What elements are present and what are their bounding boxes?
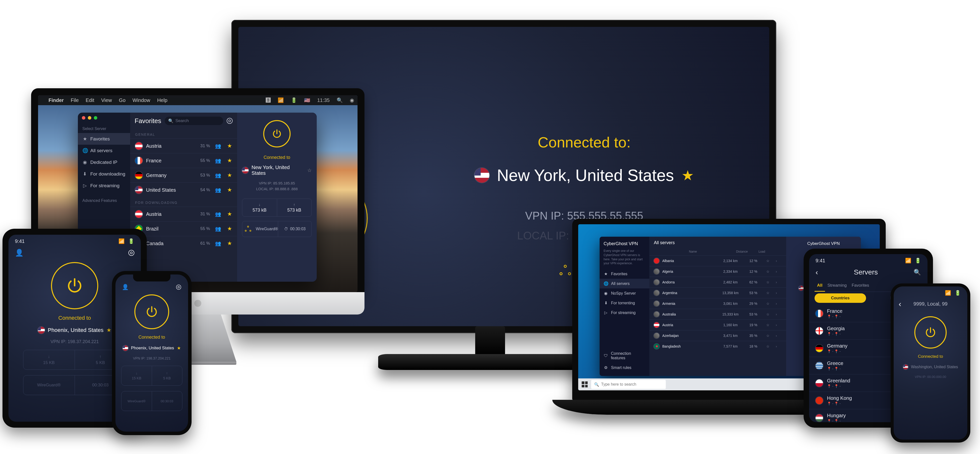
star-outline-icon[interactable]: ☆ xyxy=(766,334,773,338)
flag-icon[interactable]: 🇺🇸 xyxy=(304,97,310,103)
back-icon[interactable]: ‹ xyxy=(816,268,818,276)
user-icon[interactable]: 👤 xyxy=(122,284,129,290)
status-power-button[interactable] xyxy=(263,120,291,148)
sidebar-item-favorites[interactable]: ★Favorites xyxy=(78,133,130,145)
menubar-item[interactable]: View xyxy=(101,97,112,103)
tab-stream[interactable]: Streaming xyxy=(825,280,849,292)
chevron-right-icon[interactable]: › xyxy=(776,270,782,273)
ipad-location: Phoenix, United States ★ xyxy=(38,327,111,334)
star-icon[interactable]: ★ xyxy=(227,143,232,149)
chevron-right-icon[interactable]: › xyxy=(776,291,782,295)
chevron-right-icon[interactable]: › xyxy=(776,312,782,316)
star-outline-icon[interactable]: ☆ xyxy=(766,259,773,263)
win-side-nospy[interactable]: ◉NoSpy Server xyxy=(600,289,649,298)
search-icon[interactable]: 🔍 xyxy=(337,97,343,103)
sidebar-item-streaming[interactable]: ▷For streaming xyxy=(78,180,130,191)
search-input[interactable]: 🔍 Search xyxy=(165,117,223,125)
chevron-right-icon[interactable]: › xyxy=(776,302,782,306)
user-icon[interactable]: 👤 xyxy=(15,249,24,257)
star-icon[interactable]: ★ xyxy=(681,167,694,184)
win-smart-rules[interactable]: ⚙Smart rules xyxy=(600,363,649,373)
win-side-torrent[interactable]: ⬇For torrenting xyxy=(600,298,649,308)
start-button[interactable] xyxy=(580,380,589,389)
iphone-stats: ↓15 KB ↑5 KB xyxy=(121,366,182,386)
server-row[interactable]: Bangladesh 7,577 km 18 % ☆ › xyxy=(649,341,786,352)
star-outline-icon[interactable]: ☆ xyxy=(766,344,773,348)
win-side-all[interactable]: 🌐All servers xyxy=(600,279,649,289)
star-outline-icon[interactable]: ☆ xyxy=(766,323,773,327)
server-row[interactable]: Brazil 55 % 👥 ★ xyxy=(130,221,237,236)
bluetooth-icon[interactable]: 🅱 xyxy=(266,97,271,103)
server-load: 61 % xyxy=(200,241,210,246)
server-row[interactable]: Austria 1,160 km 19 % ☆ › xyxy=(649,319,786,330)
menubar-item[interactable]: Help xyxy=(157,97,167,103)
server-row[interactable]: Armenia 3,081 km 29 % ☆ › xyxy=(649,298,786,309)
star-outline-icon[interactable]: ☆ xyxy=(307,167,312,173)
star-icon[interactable]: ★ xyxy=(227,225,232,232)
chevron-right-icon[interactable]: › xyxy=(776,344,782,348)
menubar-item[interactable]: Window xyxy=(133,97,150,103)
gear-icon[interactable] xyxy=(176,285,181,290)
wifi-icon[interactable]: 📶 xyxy=(278,97,284,103)
siri-icon[interactable]: ◉ xyxy=(350,97,354,103)
search-icon[interactable]: 🔍 xyxy=(913,269,921,276)
star-outline-icon[interactable]: ☆ xyxy=(766,312,773,316)
server-row[interactable]: France 55 % 👥 ★ xyxy=(130,153,237,168)
server-row[interactable]: Azerbaijan 3,471 km 35 % ☆ › xyxy=(649,330,786,341)
chip-countries[interactable]: Countries xyxy=(815,294,866,303)
server-row[interactable]: Austria 31 % 👥 ★ xyxy=(130,206,237,221)
star-outline-icon[interactable]: ☆ xyxy=(766,270,773,273)
star-outline-icon[interactable]: ☆ xyxy=(766,280,773,284)
chevron-right-icon[interactable]: › xyxy=(776,334,782,338)
win-subtitle: Every single one of our CyberGhost VPN s… xyxy=(600,249,649,269)
server-name: Austria xyxy=(662,323,718,327)
server-name: Austria xyxy=(146,143,197,149)
iphone-power-button[interactable] xyxy=(134,294,169,329)
sidebar-item-dedicated[interactable]: ◉Dedicated IP xyxy=(78,156,130,168)
flag-us-icon xyxy=(799,286,803,290)
upload-icon: ↑ xyxy=(99,354,102,359)
traffic-lights[interactable] xyxy=(82,116,97,120)
sidebar-item-downloading[interactable]: ⬇For downloading xyxy=(78,168,130,180)
menubar-app-name[interactable]: Finder xyxy=(49,97,64,103)
chevron-right-icon[interactable]: › xyxy=(776,323,782,327)
taskbar-search[interactable]: 🔍Type here to search xyxy=(591,380,666,389)
star-icon[interactable]: ★ xyxy=(177,345,181,351)
tab-all[interactable]: All xyxy=(815,280,825,292)
flag-us-icon xyxy=(38,327,45,334)
server-row[interactable]: United States 54 % 👥 ★ xyxy=(130,183,237,197)
tab-fav[interactable]: Favorites xyxy=(849,280,872,292)
server-row[interactable]: Andorra 2,482 km 62 % ☆ › xyxy=(649,277,786,287)
ipad-power-button[interactable] xyxy=(51,262,98,309)
star-icon[interactable]: ★ xyxy=(227,240,232,247)
android-power-button[interactable] xyxy=(914,316,947,349)
star-outline-icon[interactable]: ☆ xyxy=(766,302,773,306)
chevron-right-icon[interactable]: › xyxy=(776,280,782,284)
win-side-stream[interactable]: ▷For streaming xyxy=(600,308,649,317)
menubar-item[interactable]: File xyxy=(71,97,79,103)
gear-icon[interactable] xyxy=(128,250,134,256)
chevron-right-icon[interactable]: › xyxy=(776,259,782,263)
back-icon[interactable]: ‹ xyxy=(899,299,901,308)
star-icon[interactable]: ★ xyxy=(227,187,232,193)
server-row[interactable]: Austria 31 % 👥 ★ xyxy=(130,138,237,153)
win-side-favorites[interactable]: ★Favorites xyxy=(600,269,649,279)
server-row[interactable]: Algeria 2,334 km 12 % ☆ › xyxy=(649,266,786,277)
clock: 9:41 xyxy=(816,258,825,264)
star-icon[interactable]: ★ xyxy=(227,157,232,164)
win-connection-features[interactable]: 🛡Connection features xyxy=(600,349,649,363)
server-row[interactable]: Albania 2,134 km 12 % ☆ › xyxy=(649,256,786,266)
gear-icon[interactable] xyxy=(227,118,232,124)
sidebar-item-all[interactable]: 🌐All servers xyxy=(78,145,130,156)
star-outline-icon[interactable]: ☆ xyxy=(766,291,773,295)
server-row[interactable]: Argentina 13,358 km 53 % ☆ › xyxy=(649,287,786,298)
server-row[interactable]: Australia 15,333 km 53 % ☆ › xyxy=(649,309,786,319)
battery-icon[interactable]: 🔋 xyxy=(291,97,297,103)
server-row[interactable]: Germany 53 % 👥 ★ xyxy=(130,168,237,183)
menubar-item[interactable]: Edit xyxy=(86,97,94,103)
star-icon[interactable]: ★ xyxy=(107,327,111,333)
star-icon[interactable]: ★ xyxy=(227,211,232,217)
menubar-item[interactable]: Go xyxy=(119,97,126,103)
star-icon[interactable]: ★ xyxy=(227,172,232,178)
server-load: 53 % xyxy=(743,312,763,316)
